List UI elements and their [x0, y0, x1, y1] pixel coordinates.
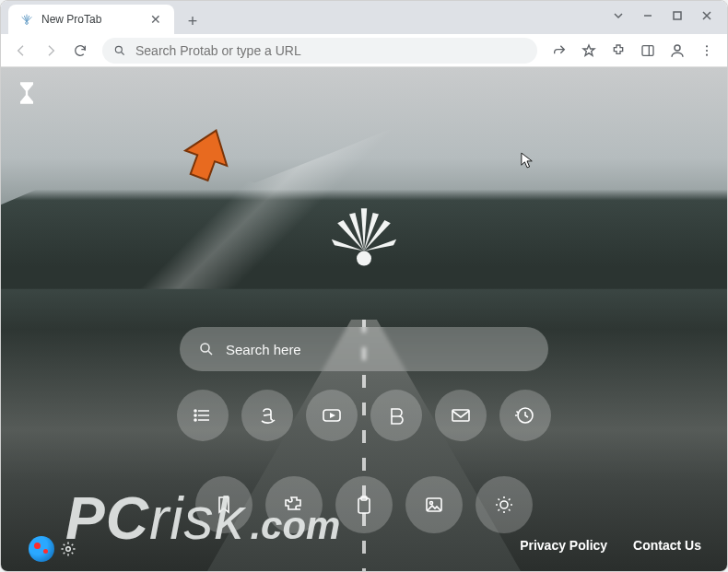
extensions-icon[interactable] — [605, 38, 631, 64]
shortcut-row-1 — [177, 390, 551, 441]
mouse-cursor-icon — [521, 152, 534, 172]
tab-close-button[interactable]: ✕ — [148, 12, 163, 27]
privacy-policy-link[interactable]: Privacy Policy — [520, 538, 607, 553]
tab-favicon-icon — [19, 12, 34, 27]
shortcut-menu[interactable] — [177, 390, 229, 441]
dropdown-icon[interactable] — [605, 5, 631, 27]
annotation-arrow-icon — [180, 127, 235, 182]
protab-logo-icon — [327, 205, 401, 279]
window-controls — [605, 5, 720, 27]
shortcut-extensions[interactable] — [265, 476, 323, 533]
search-icon — [198, 341, 215, 357]
page-search-bar[interactable] — [180, 327, 548, 371]
gear-icon[interactable] — [60, 541, 76, 557]
svg-point-6 — [706, 49, 708, 51]
share-icon[interactable] — [546, 38, 572, 64]
sidepanel-icon[interactable] — [635, 38, 661, 64]
footer-links: Privacy Policy Contact Us — [520, 538, 701, 553]
browser-window: New ProTab ✕ + — [0, 0, 728, 572]
minimize-button[interactable] — [635, 5, 661, 27]
tab-title: New ProTab — [41, 13, 141, 26]
shortcut-image[interactable] — [405, 476, 463, 533]
hourglass-icon[interactable] — [14, 80, 40, 106]
svg-point-0 — [26, 22, 29, 25]
back-button[interactable] — [8, 38, 34, 64]
svg-point-2 — [115, 46, 122, 53]
svg-point-10 — [194, 410, 196, 412]
menu-icon[interactable] — [694, 38, 720, 64]
page-search-input[interactable] — [226, 342, 530, 357]
center-panel — [180, 327, 548, 533]
page-content: Privacy Policy Contact Us PCrisk.com — [1, 67, 727, 571]
svg-point-7 — [706, 53, 708, 55]
close-button[interactable] — [694, 5, 720, 27]
browser-tab[interactable]: New ProTab ✕ — [8, 5, 174, 34]
shortcut-youtube[interactable] — [306, 390, 358, 441]
svg-point-8 — [357, 251, 371, 266]
svg-point-12 — [194, 419, 196, 421]
shortcut-clipboard[interactable] — [335, 476, 393, 533]
svg-point-9 — [201, 344, 209, 352]
browser-toolbar — [1, 34, 727, 67]
address-input[interactable] — [135, 43, 526, 58]
svg-rect-1 — [674, 12, 681, 19]
reload-button[interactable] — [67, 38, 93, 64]
svg-point-11 — [194, 414, 196, 416]
new-tab-button[interactable]: + — [180, 8, 205, 34]
svg-rect-3 — [642, 45, 653, 55]
corner-badge — [29, 536, 76, 562]
shortcut-row-2 — [195, 476, 533, 533]
svg-point-19 — [430, 502, 433, 505]
pcrisk-badge-icon — [29, 536, 54, 562]
svg-point-21 — [66, 547, 71, 552]
search-icon — [113, 44, 126, 57]
address-bar[interactable] — [102, 38, 537, 64]
svg-point-20 — [500, 501, 508, 508]
contact-us-link[interactable]: Contact Us — [633, 538, 701, 553]
shortcut-booking[interactable] — [370, 390, 422, 441]
shortcut-bookmark[interactable] — [195, 476, 252, 533]
shortcut-weather[interactable] — [476, 476, 533, 533]
maximize-button[interactable] — [664, 5, 690, 27]
svg-point-5 — [706, 45, 708, 47]
tab-strip: New ProTab ✕ + — [1, 1, 727, 34]
bookmark-star-icon[interactable] — [576, 38, 602, 64]
shortcut-history[interactable] — [499, 390, 551, 441]
shortcut-gmail[interactable] — [435, 390, 487, 441]
shortcut-amazon[interactable] — [241, 390, 293, 441]
svg-rect-14 — [452, 410, 469, 421]
svg-point-4 — [675, 45, 680, 51]
forward-button[interactable] — [38, 38, 64, 64]
profile-icon[interactable] — [664, 38, 690, 64]
